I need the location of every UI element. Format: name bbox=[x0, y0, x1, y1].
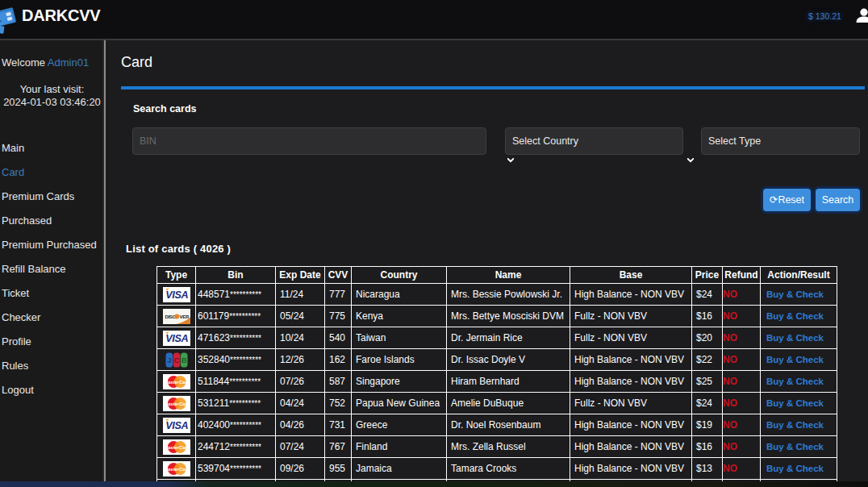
svg-text:VISA: VISA bbox=[165, 289, 188, 301]
svg-text:J: J bbox=[167, 356, 171, 364]
svg-text:VER: VER bbox=[179, 314, 189, 318]
svg-text:MasterCard: MasterCard bbox=[164, 466, 190, 471]
svg-text:MasterCard: MasterCard bbox=[164, 444, 190, 449]
svg-text:VISA: VISA bbox=[165, 333, 188, 344]
svg-text:VISA: VISA bbox=[165, 420, 188, 431]
svg-text:C: C bbox=[173, 356, 179, 364]
svg-text:MasterCard: MasterCard bbox=[164, 379, 190, 384]
svg-text:MasterCard: MasterCard bbox=[164, 401, 190, 406]
svg-text:B: B bbox=[181, 356, 186, 364]
